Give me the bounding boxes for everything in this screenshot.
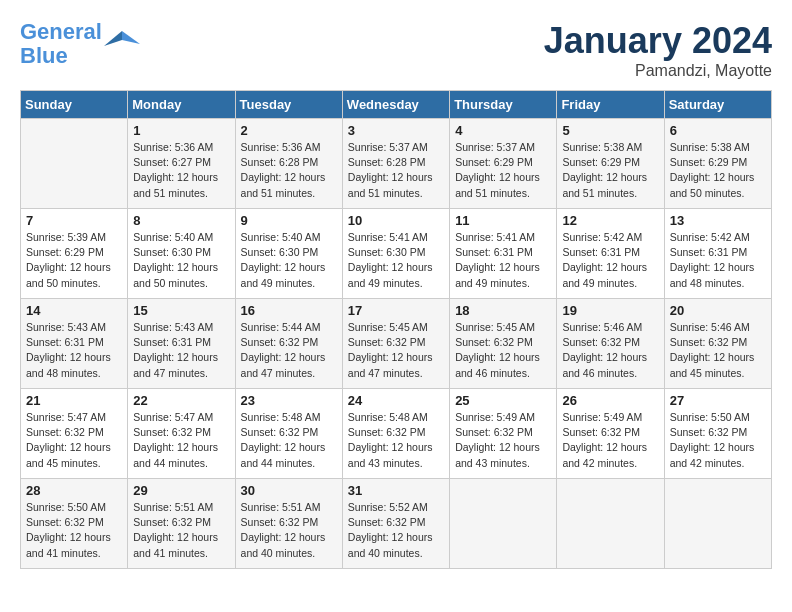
calendar-cell: 26Sunrise: 5:49 AM Sunset: 6:32 PM Dayli… [557, 389, 664, 479]
day-info: Sunrise: 5:52 AM Sunset: 6:32 PM Dayligh… [348, 500, 444, 561]
day-info: Sunrise: 5:47 AM Sunset: 6:32 PM Dayligh… [26, 410, 122, 471]
day-number: 28 [26, 483, 122, 498]
day-number: 7 [26, 213, 122, 228]
calendar-cell: 11Sunrise: 5:41 AM Sunset: 6:31 PM Dayli… [450, 209, 557, 299]
calendar-cell: 28Sunrise: 5:50 AM Sunset: 6:32 PM Dayli… [21, 479, 128, 569]
weekday-header: Tuesday [235, 91, 342, 119]
day-info: Sunrise: 5:38 AM Sunset: 6:29 PM Dayligh… [562, 140, 658, 201]
weekday-header: Saturday [664, 91, 771, 119]
calendar-cell: 9Sunrise: 5:40 AM Sunset: 6:30 PM Daylig… [235, 209, 342, 299]
calendar-week-row: 14Sunrise: 5:43 AM Sunset: 6:31 PM Dayli… [21, 299, 772, 389]
day-info: Sunrise: 5:40 AM Sunset: 6:30 PM Dayligh… [133, 230, 229, 291]
day-number: 2 [241, 123, 337, 138]
day-info: Sunrise: 5:41 AM Sunset: 6:30 PM Dayligh… [348, 230, 444, 291]
calendar-cell: 30Sunrise: 5:51 AM Sunset: 6:32 PM Dayli… [235, 479, 342, 569]
calendar-cell: 12Sunrise: 5:42 AM Sunset: 6:31 PM Dayli… [557, 209, 664, 299]
calendar-cell: 25Sunrise: 5:49 AM Sunset: 6:32 PM Dayli… [450, 389, 557, 479]
calendar-week-row: 1Sunrise: 5:36 AM Sunset: 6:27 PM Daylig… [21, 119, 772, 209]
day-number: 31 [348, 483, 444, 498]
day-info: Sunrise: 5:37 AM Sunset: 6:28 PM Dayligh… [348, 140, 444, 201]
calendar-cell: 24Sunrise: 5:48 AM Sunset: 6:32 PM Dayli… [342, 389, 449, 479]
day-number: 19 [562, 303, 658, 318]
month-title: January 2024 [544, 20, 772, 62]
calendar-cell: 27Sunrise: 5:50 AM Sunset: 6:32 PM Dayli… [664, 389, 771, 479]
title-block: January 2024 Pamandzi, Mayotte [544, 20, 772, 80]
day-number: 17 [348, 303, 444, 318]
calendar-cell: 1Sunrise: 5:36 AM Sunset: 6:27 PM Daylig… [128, 119, 235, 209]
calendar-cell: 13Sunrise: 5:42 AM Sunset: 6:31 PM Dayli… [664, 209, 771, 299]
calendar-week-row: 21Sunrise: 5:47 AM Sunset: 6:32 PM Dayli… [21, 389, 772, 479]
day-info: Sunrise: 5:46 AM Sunset: 6:32 PM Dayligh… [670, 320, 766, 381]
day-number: 22 [133, 393, 229, 408]
calendar-cell: 7Sunrise: 5:39 AM Sunset: 6:29 PM Daylig… [21, 209, 128, 299]
calendar-cell: 15Sunrise: 5:43 AM Sunset: 6:31 PM Dayli… [128, 299, 235, 389]
calendar-cell: 20Sunrise: 5:46 AM Sunset: 6:32 PM Dayli… [664, 299, 771, 389]
calendar-cell: 31Sunrise: 5:52 AM Sunset: 6:32 PM Dayli… [342, 479, 449, 569]
logo: GeneralBlue [20, 20, 140, 68]
day-info: Sunrise: 5:49 AM Sunset: 6:32 PM Dayligh… [562, 410, 658, 471]
day-info: Sunrise: 5:41 AM Sunset: 6:31 PM Dayligh… [455, 230, 551, 291]
day-number: 4 [455, 123, 551, 138]
calendar-cell: 23Sunrise: 5:48 AM Sunset: 6:32 PM Dayli… [235, 389, 342, 479]
day-number: 1 [133, 123, 229, 138]
day-number: 15 [133, 303, 229, 318]
day-info: Sunrise: 5:47 AM Sunset: 6:32 PM Dayligh… [133, 410, 229, 471]
day-number: 13 [670, 213, 766, 228]
day-number: 21 [26, 393, 122, 408]
logo-text: GeneralBlue [20, 19, 102, 68]
day-info: Sunrise: 5:51 AM Sunset: 6:32 PM Dayligh… [241, 500, 337, 561]
weekday-header: Friday [557, 91, 664, 119]
calendar-header-row: SundayMondayTuesdayWednesdayThursdayFrid… [21, 91, 772, 119]
day-info: Sunrise: 5:50 AM Sunset: 6:32 PM Dayligh… [26, 500, 122, 561]
calendar-cell: 2Sunrise: 5:36 AM Sunset: 6:28 PM Daylig… [235, 119, 342, 209]
day-number: 6 [670, 123, 766, 138]
calendar-cell: 5Sunrise: 5:38 AM Sunset: 6:29 PM Daylig… [557, 119, 664, 209]
svg-marker-0 [122, 31, 140, 44]
calendar-cell: 4Sunrise: 5:37 AM Sunset: 6:29 PM Daylig… [450, 119, 557, 209]
calendar-cell [557, 479, 664, 569]
logo-bird-icon [104, 26, 140, 62]
day-info: Sunrise: 5:36 AM Sunset: 6:28 PM Dayligh… [241, 140, 337, 201]
day-number: 26 [562, 393, 658, 408]
day-info: Sunrise: 5:49 AM Sunset: 6:32 PM Dayligh… [455, 410, 551, 471]
day-info: Sunrise: 5:48 AM Sunset: 6:32 PM Dayligh… [241, 410, 337, 471]
day-number: 3 [348, 123, 444, 138]
day-info: Sunrise: 5:37 AM Sunset: 6:29 PM Dayligh… [455, 140, 551, 201]
day-number: 9 [241, 213, 337, 228]
day-info: Sunrise: 5:45 AM Sunset: 6:32 PM Dayligh… [455, 320, 551, 381]
calendar-cell: 8Sunrise: 5:40 AM Sunset: 6:30 PM Daylig… [128, 209, 235, 299]
day-number: 25 [455, 393, 551, 408]
day-number: 5 [562, 123, 658, 138]
weekday-header: Wednesday [342, 91, 449, 119]
svg-marker-1 [104, 31, 122, 46]
location-subtitle: Pamandzi, Mayotte [544, 62, 772, 80]
day-info: Sunrise: 5:50 AM Sunset: 6:32 PM Dayligh… [670, 410, 766, 471]
day-info: Sunrise: 5:45 AM Sunset: 6:32 PM Dayligh… [348, 320, 444, 381]
day-info: Sunrise: 5:42 AM Sunset: 6:31 PM Dayligh… [562, 230, 658, 291]
calendar-cell: 17Sunrise: 5:45 AM Sunset: 6:32 PM Dayli… [342, 299, 449, 389]
calendar-table: SundayMondayTuesdayWednesdayThursdayFrid… [20, 90, 772, 569]
day-number: 29 [133, 483, 229, 498]
day-info: Sunrise: 5:51 AM Sunset: 6:32 PM Dayligh… [133, 500, 229, 561]
day-number: 12 [562, 213, 658, 228]
calendar-week-row: 28Sunrise: 5:50 AM Sunset: 6:32 PM Dayli… [21, 479, 772, 569]
page-header: GeneralBlue January 2024 Pamandzi, Mayot… [20, 20, 772, 80]
day-info: Sunrise: 5:42 AM Sunset: 6:31 PM Dayligh… [670, 230, 766, 291]
day-info: Sunrise: 5:46 AM Sunset: 6:32 PM Dayligh… [562, 320, 658, 381]
calendar-cell: 3Sunrise: 5:37 AM Sunset: 6:28 PM Daylig… [342, 119, 449, 209]
calendar-cell: 10Sunrise: 5:41 AM Sunset: 6:30 PM Dayli… [342, 209, 449, 299]
day-number: 16 [241, 303, 337, 318]
day-number: 18 [455, 303, 551, 318]
day-number: 20 [670, 303, 766, 318]
day-info: Sunrise: 5:38 AM Sunset: 6:29 PM Dayligh… [670, 140, 766, 201]
calendar-cell [450, 479, 557, 569]
calendar-cell: 21Sunrise: 5:47 AM Sunset: 6:32 PM Dayli… [21, 389, 128, 479]
weekday-header: Sunday [21, 91, 128, 119]
day-info: Sunrise: 5:43 AM Sunset: 6:31 PM Dayligh… [26, 320, 122, 381]
weekday-header: Monday [128, 91, 235, 119]
day-number: 8 [133, 213, 229, 228]
day-number: 14 [26, 303, 122, 318]
calendar-cell: 19Sunrise: 5:46 AM Sunset: 6:32 PM Dayli… [557, 299, 664, 389]
day-number: 24 [348, 393, 444, 408]
day-info: Sunrise: 5:36 AM Sunset: 6:27 PM Dayligh… [133, 140, 229, 201]
